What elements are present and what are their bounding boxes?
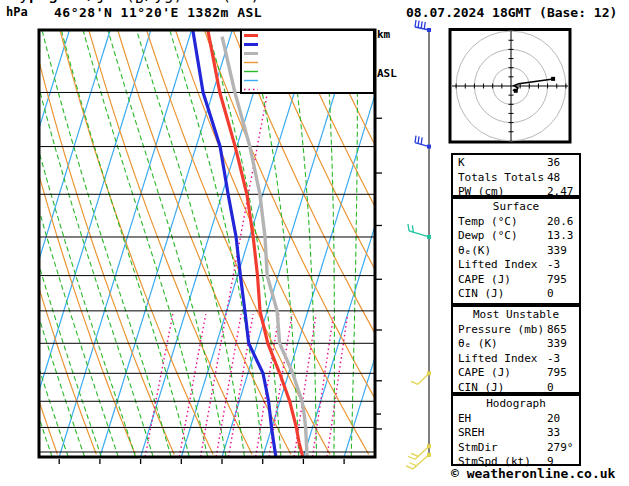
stat-row: StmDir279° — [458, 441, 579, 456]
stat-label: Totals Totals — [458, 171, 547, 186]
indices-box: K36 Totals Totals48 PW (cm)2.47 — [451, 153, 581, 197]
wet-adiabat-line — [351, 30, 357, 457]
wet-adiabat-line — [42, 30, 171, 457]
stat-value: 13.3 — [547, 229, 579, 244]
stat-label: EH — [458, 412, 547, 427]
most-unstable-header: Most Unstable — [453, 308, 579, 323]
dry-adiabat-line — [31, 30, 174, 454]
stat-label: Dewp (°C) — [458, 229, 547, 244]
stat-row: Dewp (°C)13.3 — [458, 229, 579, 244]
dry-adiabat-line — [2, 30, 135, 454]
wind-barb-staff — [409, 231, 429, 237]
wind-barb-feather — [421, 137, 422, 144]
stat-label: θₑ (K) — [458, 337, 547, 352]
stat-label: K — [458, 156, 547, 171]
mixing-ratio-line — [179, 314, 206, 457]
hodograph-marker — [514, 89, 518, 93]
wind-barb-column — [406, 20, 431, 469]
stat-label: Lifted Index — [458, 258, 547, 273]
stat-value: 36 — [547, 156, 579, 171]
stat-value: 48 — [547, 171, 579, 186]
stat-value: 795 — [547, 273, 579, 288]
station-title: 46°28'N 11°20'E 1382m ASL — [54, 5, 262, 20]
wind-barb-feather — [424, 22, 425, 29]
legend-box — [241, 30, 374, 93]
dry-adiabat-line — [0, 30, 19, 454]
wind-barb-staff — [415, 143, 429, 147]
stat-value: 795 — [547, 366, 579, 381]
stat-row: Totals Totals48 — [458, 171, 579, 186]
wet-adiabat-line — [0, 30, 85, 457]
height-axis-km: km — [377, 28, 404, 41]
stat-value: 33 — [547, 426, 579, 441]
mixing-ratio-line — [145, 314, 173, 457]
wind-barb-feather — [418, 136, 419, 143]
dry-adiabat-line — [60, 30, 213, 454]
stat-label: StmDir — [458, 441, 547, 456]
height-axis-asl: ASL — [377, 67, 404, 80]
stat-label: CAPE (J) — [458, 273, 547, 288]
wind-barb-feather — [408, 456, 415, 459]
stat-value: 0 — [547, 287, 579, 302]
wind-barb-staff — [418, 373, 429, 384]
stat-label: SREH — [458, 426, 547, 441]
stat-row: EH20 — [458, 412, 579, 427]
isotherm-line — [303, 30, 435, 457]
wind-barb-feather — [415, 136, 416, 143]
stat-row: θₑ (K)339 — [458, 337, 579, 352]
most-unstable-box: Most Unstable Pressure (mb)865 θₑ (K)339… — [451, 305, 581, 394]
stat-label: CAPE (J) — [458, 366, 547, 381]
stat-row: CIN (J)0 — [458, 287, 579, 302]
stat-value: 0 — [547, 381, 579, 396]
wind-barb-staff — [413, 455, 429, 469]
sounding-page: 1234581015202530035040045050055060065070… — [0, 0, 629, 486]
stat-label: θₑ(K) — [458, 244, 547, 259]
isotherm-line — [100, 30, 232, 457]
stat-row: K36 — [458, 156, 579, 171]
wind-barb-feather — [418, 21, 419, 28]
wet-adiabat-line — [0, 30, 101, 457]
hodograph-marker — [551, 77, 555, 81]
stat-row: Lifted Index-3 — [458, 352, 579, 367]
hodograph-stats-box: Hodograph EH20 SREH33 StmDir279° StmSpd … — [451, 394, 581, 466]
stat-row: Lifted Index-3 — [458, 258, 579, 273]
stat-value: 339 — [547, 337, 579, 352]
wind-barb-feather — [406, 466, 413, 469]
parcel-trajectory-curve — [222, 37, 307, 457]
wet-adiabat-line — [325, 30, 334, 457]
stat-label: CIN (J) — [458, 287, 547, 302]
isotherm-line — [0, 30, 110, 457]
wet-adiabat-line — [170, 30, 263, 457]
stat-value: 20.6 — [547, 215, 579, 230]
pressure-axis-unit: hPa — [6, 5, 28, 19]
wet-adiabat-line — [0, 30, 20, 457]
stat-value: 339 — [547, 244, 579, 259]
svg-text:Mixing Ratio: Mixing Ratio — [0, 0, 116, 4]
isotherm-line — [0, 30, 29, 457]
stat-value: -3 — [547, 352, 579, 367]
wet-adiabat-line — [289, 30, 317, 457]
stat-label: Temp (°C) — [458, 215, 547, 230]
surface-box: Surface Temp (°C)20.6 Dewp (°C)13.3 θₑ(K… — [451, 197, 581, 305]
stat-value: 20 — [547, 412, 579, 427]
wind-barb-feather — [408, 224, 409, 231]
stat-label: Lifted Index — [458, 352, 547, 367]
stat-row: CAPE (J)795 — [458, 273, 579, 288]
stat-value: 865 — [547, 323, 579, 338]
height-axis-label: km ASL — [377, 2, 404, 106]
stat-row: Pressure (mb)865 — [458, 323, 579, 338]
wet-adiabat-line — [9, 30, 136, 457]
wet-adiabat-line — [0, 30, 4, 457]
stat-value: -3 — [547, 258, 579, 273]
wet-adiabat-line — [0, 30, 36, 457]
wind-barb-feather — [411, 381, 418, 384]
dry-adiabat-line — [89, 30, 252, 454]
stat-row: θₑ(K)339 — [458, 244, 579, 259]
wind-barb-feather — [421, 21, 422, 28]
surface-box-header: Surface — [453, 200, 579, 215]
stat-label: Pressure (mb) — [458, 323, 547, 338]
stat-row: Temp (°C)20.6 — [458, 215, 579, 230]
datetime-label: 08.07.2024 18GMT (Base: 12) — [406, 5, 617, 20]
hodograph-stats-header: Hodograph — [453, 397, 579, 412]
wind-barb-feather — [411, 453, 418, 456]
